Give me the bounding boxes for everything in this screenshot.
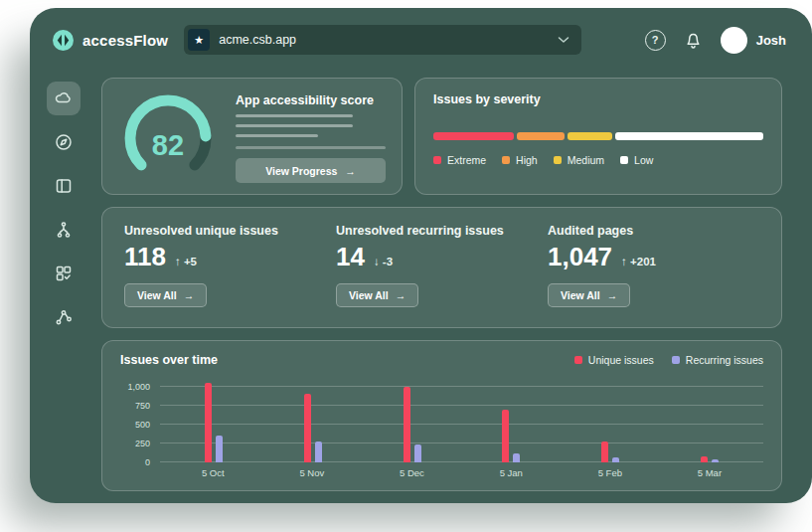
tasks-grid-icon [54, 264, 74, 283]
stat-delta: ↓ -3 [374, 256, 393, 267]
user-name: Josh [756, 33, 786, 48]
view-all-label: View All [561, 289, 600, 301]
view-all-unique-button[interactable]: View All → [124, 283, 207, 307]
layout-icon [54, 176, 74, 196]
bar [315, 442, 322, 462]
bar [216, 436, 223, 462]
insights-network-icon [54, 307, 74, 327]
chart-bars [160, 379, 763, 462]
bar [414, 444, 421, 462]
stat-delta: ↑ +201 [621, 256, 656, 267]
chevron-down-icon [558, 36, 569, 44]
score-gauge: 82 [116, 89, 220, 184]
legend-swatch [502, 156, 510, 164]
topbar-actions: ? Josh [645, 27, 786, 54]
bar-group-5-dec [404, 379, 421, 462]
issues-over-time-card: Issues over time Unique issuesRecurring … [101, 340, 782, 491]
domain-select[interactable]: ★ acme.csb.app [184, 25, 581, 55]
bar [712, 459, 719, 462]
sidebar-item-insights[interactable] [47, 300, 81, 334]
legend-swatch [672, 356, 680, 364]
stat-recurring-issues: Unresolved recurring issues 14 ↓ -3 View… [336, 224, 548, 311]
sidebar-item-dashboard[interactable] [47, 82, 81, 115]
topbar: accessFlow ★ acme.csb.app ? Josh [30, 8, 812, 64]
y-tick: 1,000 [127, 382, 150, 392]
skeleton-line [236, 146, 386, 149]
severity-bar [433, 132, 763, 140]
legend-item: High [502, 154, 538, 166]
stat-audited-pages: Audited pages 1,047 ↑ +201 View All → [548, 224, 759, 311]
notifications-button[interactable] [684, 30, 703, 50]
score-value: 82 [116, 89, 220, 184]
severity-segment-medium [568, 132, 612, 140]
skeleton-line [236, 114, 353, 117]
stat-delta: ↑ +5 [175, 256, 197, 267]
stats-card: Unresolved unique issues 118 ↑ +5 View A… [101, 207, 782, 328]
x-tick: 5 Mar [698, 467, 722, 478]
arrow-right-icon: → [184, 289, 195, 301]
bar-group-5-jan [502, 379, 520, 462]
sidebar-item-pages[interactable] [47, 169, 81, 203]
legend-swatch [433, 156, 441, 164]
bar-group-5-nov [304, 379, 322, 462]
y-tick: 500 [135, 420, 150, 430]
dashboard-icon [54, 89, 74, 108]
user-menu[interactable]: Josh [721, 27, 786, 54]
x-tick: 5 Oct [202, 467, 225, 478]
view-all-recurring-button[interactable]: View All → [336, 283, 418, 307]
avatar [721, 27, 747, 54]
bar-group-5-mar [701, 379, 719, 462]
view-progress-button[interactable]: View Progress → [236, 158, 386, 183]
sidebar-item-explore[interactable] [47, 125, 81, 159]
accessibility-score-card: 82 App accessibility score View Progress… [101, 78, 403, 195]
stat-value: 14 [336, 242, 365, 272]
arrow-right-icon: → [345, 165, 356, 177]
legend-item: Recurring issues [672, 354, 763, 366]
sidebar-item-flows[interactable] [47, 213, 81, 247]
severity-segment-high [517, 132, 565, 140]
view-all-label: View All [137, 289, 177, 301]
star-icon: ★ [188, 29, 210, 51]
score-card-title: App accessibility score [236, 93, 386, 107]
x-tick: 5 Nov [299, 467, 324, 478]
stat-value: 1,047 [548, 242, 612, 272]
chart-legend: Unique issuesRecurring issues [574, 354, 763, 366]
sidebar-item-tasks[interactable] [47, 257, 81, 290]
bar-group-5-feb [601, 379, 619, 462]
x-tick: 5 Jan [500, 467, 523, 478]
stat-value: 118 [124, 242, 166, 272]
chart-xaxis: 5 Oct5 Nov5 Dec5 Jan5 Feb5 Mar [160, 462, 763, 478]
severity-segment-low [615, 132, 763, 140]
flow-branch-icon [54, 220, 74, 240]
issues-by-severity-card: Issues by severity ExtremeHighMediumLow [414, 78, 782, 195]
legend-swatch [620, 156, 628, 164]
app-window: accessFlow ★ acme.csb.app ? Josh [30, 8, 812, 503]
bar [404, 387, 410, 462]
view-progress-label: View Progress [265, 165, 337, 177]
sidebar [30, 64, 97, 503]
help-button[interactable]: ? [645, 30, 666, 51]
main-content: 82 App accessibility score View Progress… [97, 64, 812, 503]
x-tick: 5 Dec [400, 467, 424, 478]
logo: accessFlow [52, 29, 168, 52]
arrow-right-icon: → [396, 289, 406, 301]
x-tick: 5 Feb [598, 467, 622, 478]
legend-swatch [574, 356, 582, 364]
chart-yaxis: 02505007501,000 [120, 379, 160, 462]
view-all-pages-button[interactable]: View All → [548, 283, 630, 307]
bar-group-5-oct [205, 379, 223, 462]
y-tick: 250 [135, 439, 150, 448]
bar [701, 456, 708, 462]
chart-title: Issues over time [120, 353, 218, 367]
severity-segment-extreme [433, 132, 514, 140]
stat-title: Unresolved recurring issues [336, 224, 548, 238]
bell-icon [684, 30, 703, 50]
domain-select-value: acme.csb.app [219, 33, 296, 47]
y-tick: 0 [145, 457, 150, 467]
stat-title: Unresolved unique issues [124, 224, 336, 238]
bar [205, 383, 212, 462]
arrow-right-icon: → [607, 289, 618, 301]
legend-item: Extreme [433, 154, 486, 166]
stat-title: Audited pages [548, 224, 759, 238]
bar [601, 442, 608, 462]
